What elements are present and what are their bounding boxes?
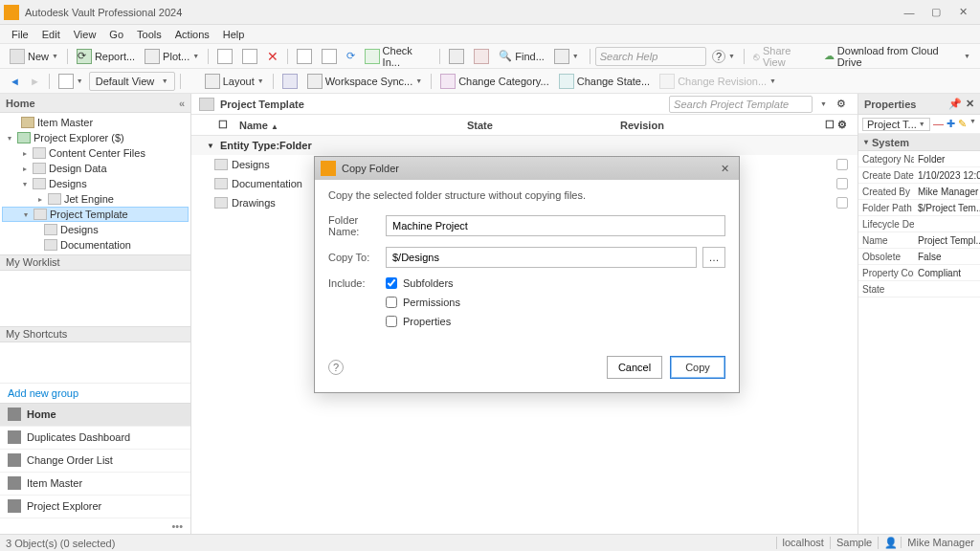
prop-row[interactable]: Folder Path$/Project Tem...: [858, 200, 980, 216]
worklist-header[interactable]: My Worklist: [0, 254, 190, 271]
tree-pt-documentation[interactable]: Documentation: [2, 237, 189, 253]
row-checkbox[interactable]: [836, 159, 848, 170]
chevron-down-icon[interactable]: ▼: [969, 118, 976, 130]
toolbar-btn[interactable]: [238, 47, 261, 66]
cube-icon: [21, 117, 34, 128]
permissions-checkbox[interactable]: [386, 297, 397, 308]
tree-design-data[interactable]: ▸Design Data: [2, 161, 189, 176]
col-icon[interactable]: ☐: [212, 119, 234, 131]
prop-row[interactable]: Created ByMike Manager: [858, 184, 980, 200]
add-new-group-link[interactable]: Add new group: [0, 383, 190, 403]
pin-icon[interactable]: 📌: [948, 98, 962, 110]
prop-group-system[interactable]: ▾System: [858, 134, 980, 151]
copy-button[interactable]: Copy: [670, 356, 725, 379]
toolbar-btn[interactable]: [470, 47, 493, 66]
nav-more-button[interactable]: •••: [0, 518, 190, 534]
tree-jet-engine[interactable]: ▸Jet Engine: [2, 191, 189, 207]
group-row[interactable]: ▼Entity Type:Folder: [191, 136, 858, 155]
app-icon: [4, 5, 19, 20]
prop-row[interactable]: Category NameFolder: [858, 151, 980, 167]
workspace-sync-button[interactable]: Workspace Sync...▼: [303, 72, 426, 91]
toolbar-btn[interactable]: [293, 47, 316, 66]
tree-item-master[interactable]: Item Master: [2, 115, 189, 130]
row-checkbox[interactable]: [836, 178, 848, 189]
help-button[interactable]: ?▼: [708, 47, 739, 66]
toolbar-btn[interactable]: [278, 72, 301, 91]
tree-pt-designs[interactable]: Designs: [2, 222, 189, 237]
toolbar-btn[interactable]: [445, 47, 468, 66]
minimize-button[interactable]: —: [896, 3, 923, 22]
browse-button[interactable]: …: [702, 247, 725, 268]
tree-project-template[interactable]: ▾Project Template: [2, 207, 189, 222]
shortcuts-header[interactable]: My Shortcuts: [0, 326, 190, 342]
dialog-titlebar[interactable]: Copy Folder ✕: [315, 157, 739, 180]
prop-dropdown[interactable]: Project T...▼: [862, 118, 930, 131]
tree-content-center[interactable]: ▸Content Center Files: [2, 145, 189, 161]
tree-project-explorer[interactable]: ▾Project Explorer ($): [2, 130, 189, 145]
subfolders-checkbox[interactable]: [386, 277, 397, 289]
back-button[interactable]: ◄: [6, 72, 24, 91]
change-state-button[interactable]: Change State...: [555, 72, 654, 91]
prop-row[interactable]: State: [858, 281, 980, 298]
share-view-button[interactable]: ⎋Share View: [749, 47, 818, 66]
search-input[interactable]: Search Project Template: [669, 96, 813, 113]
add-icon[interactable]: ✚: [947, 118, 955, 130]
change-category-button[interactable]: Change Category...: [436, 72, 553, 91]
cancel-button[interactable]: Cancel: [607, 356, 662, 379]
nav-home[interactable]: Home: [0, 404, 190, 427]
collapse-icon[interactable]: «: [179, 98, 185, 109]
close-icon[interactable]: ✕: [966, 98, 974, 110]
nav-project-explorer[interactable]: Project Explorer: [0, 496, 190, 518]
nav-duplicates[interactable]: Duplicates Dashboard: [0, 427, 190, 450]
close-button[interactable]: ✕: [949, 3, 976, 22]
menu-help[interactable]: Help: [217, 27, 251, 42]
menu-edit[interactable]: Edit: [36, 27, 66, 42]
menu-file[interactable]: File: [6, 27, 34, 42]
refresh-button[interactable]: ⟳: [343, 47, 359, 66]
copy-to-input[interactable]: [386, 247, 697, 268]
settings-button[interactable]: ⚙: [833, 95, 850, 114]
col-state[interactable]: State: [461, 120, 614, 131]
view-btn[interactable]: ▼: [55, 72, 87, 91]
properties-checkbox[interactable]: [386, 316, 397, 327]
col-revision[interactable]: Revision: [614, 120, 819, 131]
edit-icon[interactable]: ✎: [958, 118, 967, 130]
prop-row[interactable]: Lifecycle Defi...: [858, 216, 980, 232]
folder-name-input[interactable]: [386, 215, 725, 236]
menu-tools[interactable]: Tools: [131, 27, 167, 42]
toolbar-dropdown[interactable]: ▼: [550, 47, 583, 66]
search-help-input[interactable]: Search Help: [595, 47, 706, 66]
menu-view[interactable]: View: [68, 27, 102, 42]
maximize-button[interactable]: ▢: [923, 3, 949, 22]
plot-button[interactable]: Plot...▼: [141, 47, 203, 66]
toolbar-btn[interactable]: [318, 47, 341, 66]
new-button[interactable]: New▼: [6, 47, 62, 66]
toolbar-btn[interactable]: [213, 47, 236, 66]
report-button[interactable]: ⟳Report...: [73, 47, 139, 66]
dialog-help-button[interactable]: ?: [328, 360, 344, 375]
layout-button[interactable]: Layout▼: [201, 72, 268, 91]
nav-change-order[interactable]: Change Order List: [0, 450, 190, 473]
nav-item-master[interactable]: Item Master: [0, 473, 190, 496]
change-revision-button[interactable]: Change Revision...▼: [656, 72, 780, 91]
col-name[interactable]: Name ▲: [234, 120, 461, 131]
remove-icon[interactable]: —: [933, 118, 944, 130]
forward-button[interactable]: ►: [26, 72, 44, 91]
search-options-button[interactable]: ▼: [816, 95, 831, 114]
col-actions[interactable]: ☐ ⚙: [819, 119, 858, 131]
tree-explorer[interactable]: Item Master ▾Project Explorer ($) ▸Conte…: [0, 113, 190, 254]
menu-actions[interactable]: Actions: [169, 27, 215, 42]
menu-go[interactable]: Go: [103, 27, 129, 42]
delete-button[interactable]: ✕: [263, 47, 282, 66]
view-dropdown[interactable]: Default View▼: [89, 72, 175, 91]
prop-row[interactable]: Create Date1/10/2023 12:0...: [858, 167, 980, 184]
prop-row[interactable]: ObsoleteFalse: [858, 249, 980, 265]
checkin-button[interactable]: Check In...: [361, 47, 434, 66]
row-checkbox[interactable]: [836, 197, 848, 209]
prop-row[interactable]: Property Com...Compliant: [858, 265, 980, 281]
prop-row[interactable]: NameProject Templ...: [858, 232, 980, 249]
cloud-download-button[interactable]: ☁Download from Cloud Drive▼: [820, 47, 974, 66]
tree-designs[interactable]: ▾Designs: [2, 176, 189, 191]
dialog-close-button[interactable]: ✕: [717, 163, 733, 175]
find-button[interactable]: 🔍Find...: [495, 47, 548, 66]
